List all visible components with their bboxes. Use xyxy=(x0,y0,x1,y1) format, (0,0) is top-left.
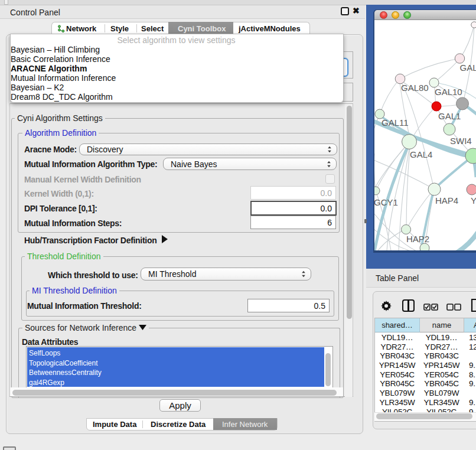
svg-text:HAP4: HAP4 xyxy=(435,195,458,206)
svg-text:GAL11: GAL11 xyxy=(382,118,409,128)
svg-text:GAL4: GAL4 xyxy=(410,149,432,159)
svg-text:SWI4: SWI4 xyxy=(450,136,472,146)
svg-text:GAL10: GAL10 xyxy=(435,87,462,97)
svg-text:GAL80: GAL80 xyxy=(401,83,429,93)
svg-text:YJ: YJ xyxy=(471,195,476,206)
svg-text:GAL2: GAL2 xyxy=(460,63,476,73)
svg-text:GCY1: GCY1 xyxy=(374,197,398,207)
svg-text:GAL1: GAL1 xyxy=(438,111,461,121)
svg-text:HAP2: HAP2 xyxy=(406,234,429,244)
